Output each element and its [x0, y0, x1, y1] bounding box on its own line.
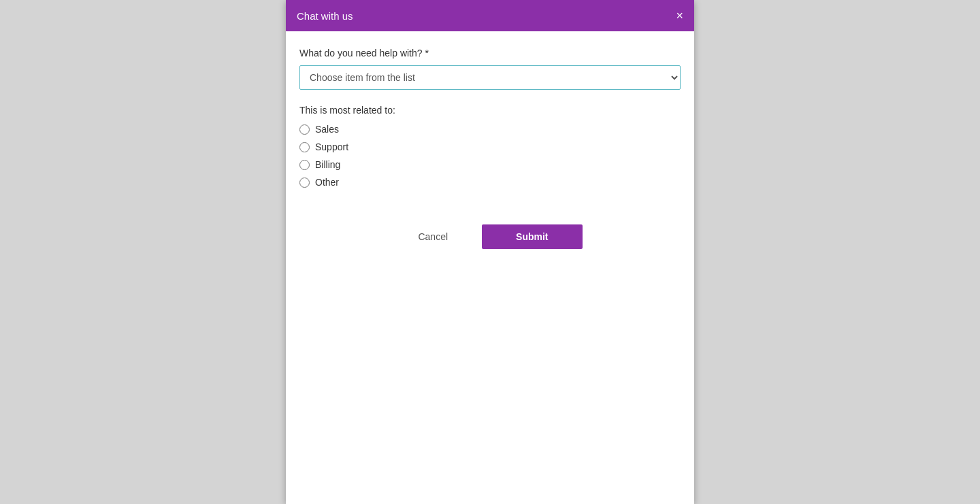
modal-body: What do you need help with? * Choose ite… [286, 31, 694, 204]
radio-sales[interactable] [299, 124, 310, 135]
field-label: What do you need help with? * [299, 48, 681, 58]
related-label: This is most related to: [299, 105, 681, 116]
modal: Chat with us × What do you need help wit… [286, 0, 694, 504]
radio-item-other[interactable]: Other [299, 177, 681, 188]
close-button[interactable]: × [676, 10, 683, 22]
radio-label-billing[interactable]: Billing [315, 159, 340, 170]
submit-button[interactable]: Submit [482, 224, 582, 249]
radio-label-support[interactable]: Support [315, 141, 348, 152]
radio-other[interactable] [299, 178, 310, 188]
radio-support[interactable] [299, 142, 310, 152]
radio-item-support[interactable]: Support [299, 141, 681, 152]
radio-item-billing[interactable]: Billing [299, 159, 681, 170]
modal-title: Chat with us [297, 10, 353, 22]
radio-group: Sales Support Billing Other [299, 124, 681, 188]
cancel-button[interactable]: Cancel [397, 224, 468, 249]
help-topic-dropdown[interactable]: Choose item from the list General Inquir… [299, 65, 681, 90]
radio-label-other[interactable]: Other [315, 177, 339, 188]
modal-header: Chat with us × [286, 0, 694, 31]
radio-item-sales[interactable]: Sales [299, 124, 681, 135]
radio-label-sales[interactable]: Sales [315, 124, 339, 135]
radio-billing[interactable] [299, 160, 310, 170]
related-section: This is most related to: Sales Support B… [299, 105, 681, 188]
modal-footer: Cancel Submit [286, 204, 694, 263]
